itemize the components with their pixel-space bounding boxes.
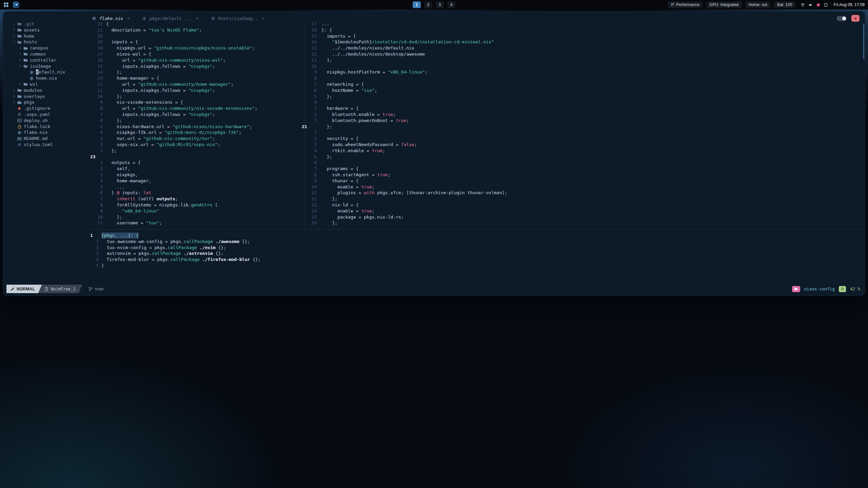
code-line[interactable]: 14 "${modulesPath}/installer/cd-dvd/inst… — [302, 39, 863, 45]
chevron-right-icon[interactable]: › — [19, 57, 23, 63]
tree-item-stylua-toml[interactable]: stylua.toml — [3, 142, 91, 148]
code-line[interactable]: 13 home-manager = { — [90, 75, 302, 81]
volume-icon[interactable] — [808, 3, 813, 7]
code-line[interactable]: 4 rtkit.enable = true; — [302, 148, 863, 154]
tree-item-hosts[interactable]: ›hosts — [3, 39, 91, 45]
code-line[interactable]: 12 ../../modules/nixos/desktop/awesome — [302, 51, 863, 57]
workspace-button-4[interactable]: 4 — [447, 1, 455, 8]
chevron-right-icon[interactable]: › — [19, 51, 23, 57]
code-line[interactable]: 1 — [302, 129, 863, 136]
code-line[interactable]: 13 ../../modules/nixos/default.nix — [302, 45, 863, 51]
code-line[interactable]: 9 nix-vscode-extensions = { — [90, 99, 302, 105]
tree-item-pkgs[interactable]: ›pkgs — [3, 99, 91, 105]
code-line[interactable]: 11 ]; — [302, 57, 863, 63]
chevron-right-icon[interactable]: › — [13, 21, 17, 27]
code-line[interactable]: 7 inherit (self) outputs; — [90, 196, 302, 202]
code-line[interactable]: 6 hostName = "iso"; — [302, 87, 863, 94]
code-line[interactable]: 11 plugins = with pkgs.xfce; [thunar-arc… — [302, 190, 863, 196]
code-line[interactable]: 1 }; — [90, 148, 302, 154]
code-line[interactable]: 5 }; — [302, 94, 863, 100]
code-line[interactable]: 6 }; — [90, 118, 302, 124]
code-line[interactable]: 22{ — [90, 21, 302, 27]
tab-close-icon[interactable]: × — [262, 16, 264, 21]
code-line[interactable]: 3 hardware = { — [302, 105, 863, 111]
code-line[interactable]: 14 enable = true; — [302, 208, 863, 214]
code-line[interactable]: 16 url = "github:nix-community/nixos-wsl… — [90, 57, 302, 63]
launcher-logo-icon[interactable] — [13, 2, 19, 8]
window-close-button[interactable]: × — [851, 15, 860, 22]
chevron-right-icon[interactable]: › — [13, 33, 17, 39]
tree-item-canopus[interactable]: ›canopus — [3, 45, 91, 51]
code-line[interactable]: 1{pkgs, ...}: { — [90, 232, 863, 239]
chevron-right-icon[interactable]: › — [19, 45, 23, 51]
tab-flake-nix[interactable]: flake.nix× — [92, 16, 130, 21]
tree-item--git[interactable]: ›.git — [3, 21, 91, 27]
code-line[interactable]: 5 }; — [302, 154, 863, 160]
code-line[interactable]: 16}: { — [302, 27, 863, 33]
chevron-right-icon[interactable]: › — [19, 81, 23, 87]
code-line[interactable]: 8 — [302, 75, 863, 81]
code-line[interactable]: 4 — [302, 99, 863, 105]
window-toggle[interactable] — [836, 16, 847, 21]
code-line[interactable]: 1 outputs = { — [90, 160, 302, 166]
code-line[interactable]: 4 nixpkgs-f2k.url = "github:moni-dz/nixp… — [90, 129, 302, 136]
chevron-right-icon[interactable]: › — [13, 27, 17, 33]
workspace-button-1[interactable]: 1 — [413, 1, 421, 8]
code-line[interactable]: 10 — [302, 63, 863, 69]
code-line[interactable]: 20 — [90, 33, 302, 39]
tab-close-icon[interactable]: × — [127, 16, 130, 21]
code-line[interactable]: 9 nixpkgs.hostPlatform = "x86_64-linux"; — [302, 69, 863, 75]
tree-item-home[interactable]: ›home — [3, 33, 91, 39]
code-line[interactable]: 14 }; — [90, 69, 302, 75]
code-line[interactable]: 7 inputs.nixpkgs.follows = "nixpkgs"; — [90, 111, 302, 118]
tab-close-icon[interactable]: × — [196, 16, 198, 21]
tree-item-flake-nix[interactable]: flake.nix — [3, 129, 91, 136]
tree-item-home-nix[interactable]: home.nix — [3, 75, 91, 81]
code-line[interactable]: 9 "x86_64-linux" — [90, 208, 302, 214]
code-line[interactable]: 15 imports = [ — [302, 33, 863, 39]
code-line[interactable]: 3 sudo.wheelNeedsPassword = false; — [302, 142, 863, 148]
code-line[interactable]: 11 inputs.nixpkgs.follows = "nixpkgs"; — [90, 87, 302, 94]
code-line[interactable]: 17... — [302, 21, 863, 27]
tree-item-deploy-sh[interactable]: deploy.sh — [3, 118, 91, 124]
code-line[interactable]: 12 url = "github:nix-community/home-mana… — [90, 81, 302, 87]
pane-divider-horizontal[interactable] — [88, 229, 862, 230]
tree-item-overlays[interactable]: ›overlays — [3, 94, 91, 100]
code-line[interactable]: 5} — [90, 263, 863, 269]
code-line[interactable]: 10 }; — [90, 94, 302, 100]
code-line[interactable]: 21 description = "tux's NixOS Flake"; — [90, 27, 302, 33]
code-line[interactable]: 6 } @ inputs: let — [90, 190, 302, 196]
code-line[interactable]: 2 tux-nvim-config = pkgs.callPackage ./n… — [90, 245, 863, 251]
code-line[interactable]: 7 programs = { — [302, 166, 863, 172]
code-line[interactable]: 3 nur.url = "github:nix-community/nur"; — [90, 136, 302, 142]
code-line[interactable]: 11 username = "tux"; — [90, 220, 302, 226]
code-line[interactable]: 4 home-manager, — [90, 178, 302, 184]
tree-item-controller[interactable]: ›controller — [3, 57, 91, 63]
notification-dot-icon[interactable] — [816, 3, 821, 7]
tab-pkgs-default-[interactable]: pkgs/default ...× — [142, 16, 199, 21]
code-line[interactable]: 17 nixos-wsl = { — [90, 51, 302, 57]
tree-item--gitignore[interactable]: .gitignore — [3, 105, 91, 111]
code-line[interactable]: 1 bluetooth.powerOnBoot = true; — [302, 118, 863, 124]
code-line[interactable]: 12 }; — [302, 196, 863, 202]
code-line[interactable]: 3 astronvim = pkgs.callPackage ./astronv… — [90, 250, 863, 257]
tree-item-isoImage[interactable]: ›isoImage — [3, 63, 91, 69]
code-line[interactable]: 4 firefox-mod-blur = pkgs.callPackage ./… — [90, 257, 863, 263]
tree-item-common[interactable]: ›common — [3, 51, 91, 57]
code-line[interactable]: 1 tux-awesome-wm-config = pkgs.callPacka… — [90, 239, 863, 245]
app-grid-icon[interactable] — [3, 2, 9, 7]
code-line[interactable]: 19 inputs = { — [90, 39, 302, 45]
code-line[interactable]: 6 — [302, 160, 863, 166]
chevron-right-icon[interactable]: › — [13, 87, 17, 94]
scrollbar-thumb[interactable] — [863, 24, 864, 59]
code-line[interactable]: 8 url = "github:nix-community/nix-vscode… — [90, 105, 302, 111]
code-line[interactable]: 10 ]; — [90, 214, 302, 220]
tree-item-assets[interactable]: ›assets — [3, 27, 91, 33]
tree-item-modules[interactable]: ›modules — [3, 87, 91, 94]
code-line[interactable]: 23 — [90, 154, 302, 160]
code-line[interactable]: 10 enable = true; — [302, 184, 863, 190]
code-line[interactable]: 5 nixos-hardware.url = "github:nixos/nix… — [90, 124, 302, 130]
code-line[interactable]: 2 bluetooth.enable = true; — [302, 111, 863, 118]
tree-item-flake-lock[interactable]: flake.lock — [3, 124, 91, 130]
code-line[interactable]: 3 nixpkgs, — [90, 172, 302, 178]
